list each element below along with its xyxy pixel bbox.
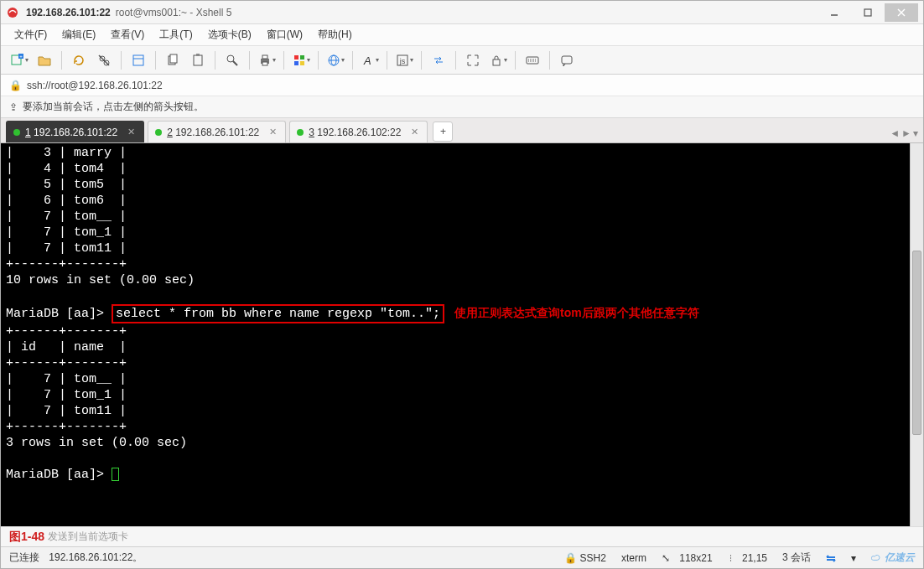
toolbar-sep	[215, 51, 215, 70]
tab-menu-icon[interactable]: ▾	[913, 127, 918, 139]
copy-icon[interactable]	[161, 49, 184, 71]
svg-point-0	[8, 8, 18, 18]
toolbar-sep	[455, 51, 456, 70]
scrollbar-thumb[interactable]	[912, 251, 921, 435]
status-dot-icon	[13, 129, 20, 136]
terminal-area[interactable]: | 3 | marry | | 4 | tom4 | | 5 | tom5 | …	[1, 143, 923, 526]
open-icon[interactable]	[33, 49, 56, 71]
menu-edit[interactable]: 编辑(E)	[57, 26, 101, 44]
menu-file[interactable]: 文件(F)	[9, 26, 52, 44]
tab-scroll-right-icon[interactable]: ►	[901, 127, 911, 139]
lock-icon: 🔒	[564, 552, 577, 564]
vertical-scrollbar[interactable]	[910, 143, 923, 526]
svg-text:js: js	[398, 57, 405, 65]
lock-icon[interactable]: ▾	[486, 49, 510, 71]
tab-close-icon[interactable]: ✕	[269, 127, 277, 137]
hint-arrow-icon[interactable]: ⇪	[9, 101, 18, 113]
tabs-row: 1 192.168.26.101:22 ✕ 2 192.168.26.101:2…	[1, 118, 923, 143]
toolbar-sep	[61, 51, 62, 70]
menubar: 文件(F) 编辑(E) 查看(V) 工具(T) 选项卡(B) 窗口(W) 帮助(…	[1, 24, 923, 46]
keyboard-icon[interactable]	[521, 49, 544, 71]
minimize-button[interactable]	[818, 3, 851, 22]
terminal-output[interactable]: | 3 | marry | | 4 | tom4 | | 5 | tom5 | …	[1, 143, 923, 484]
compose-bar[interactable]: 图1-48 发送到当前选项卡	[1, 526, 923, 546]
status-updown-icon[interactable]	[826, 553, 836, 563]
svg-rect-32	[493, 59, 500, 65]
status-sessions: 3 会话	[782, 551, 811, 565]
fullscreen-icon[interactable]	[461, 49, 485, 71]
toolbar: +▾ ▾ ▾ ▾ A▾ js▾ ▾	[1, 46, 923, 75]
globe-icon[interactable]: ▾	[324, 49, 347, 71]
status-bar: 已连接 192.168.26.101:22。 🔒SSH2 xterm ⤡ 118…	[1, 546, 923, 568]
svg-rect-11	[133, 55, 143, 65]
brand-logo: 亿速云	[871, 551, 915, 565]
toolbar-sep	[387, 51, 387, 70]
font-icon[interactable]: A▾	[358, 49, 382, 71]
titlebar: 192.168.26.101:22 root@vms001:~ - Xshell…	[1, 1, 923, 24]
svg-point-17	[227, 55, 234, 62]
svg-rect-23	[300, 55, 304, 59]
svg-rect-25	[300, 61, 304, 65]
menu-help[interactable]: 帮助(H)	[313, 26, 357, 44]
svg-rect-22	[294, 55, 298, 59]
toolbar-sep	[515, 51, 516, 70]
svg-text:A: A	[363, 54, 371, 67]
session-tab-2[interactable]: 2 192.168.26.101:22 ✕	[148, 121, 286, 142]
menu-tabs[interactable]: 选项卡(B)	[203, 26, 257, 44]
svg-rect-36	[562, 56, 572, 64]
cursor-icon: ⸽	[728, 552, 733, 564]
status-menu-icon[interactable]: ▾	[851, 552, 856, 564]
svg-rect-20	[262, 55, 267, 59]
menu-view[interactable]: 查看(V)	[106, 26, 149, 44]
toolbar-sep	[155, 51, 156, 70]
svg-rect-16	[196, 54, 200, 56]
hint-bar: ⇪ 要添加当前会话，点击左侧的箭头按钮。	[1, 96, 923, 118]
tab-label: 2 192.168.26.101:22	[167, 127, 259, 138]
reconnect-icon[interactable]	[67, 49, 91, 71]
paste-icon[interactable]	[186, 49, 210, 71]
script-icon[interactable]: js▾	[392, 49, 416, 71]
address-bar: 🔒 ssh://root@192.168.26.101:22	[1, 75, 923, 96]
add-tab-button[interactable]: +	[433, 122, 453, 142]
help-icon[interactable]	[555, 49, 579, 71]
color-icon[interactable]: ▾	[289, 49, 313, 71]
disconnect-icon[interactable]	[92, 49, 116, 71]
svg-rect-21	[262, 62, 267, 65]
status-cursor: ⸽ 21,15	[728, 552, 767, 564]
ssh-lock-icon: 🔒	[9, 80, 22, 91]
tab-scroll-left-icon[interactable]: ◄	[890, 127, 900, 139]
toolbar-sep	[549, 51, 550, 70]
status-connected: 已连接 192.168.26.101:22。	[9, 551, 143, 565]
toolbar-sep	[352, 51, 353, 70]
status-dot-icon	[155, 129, 162, 136]
svg-rect-33	[527, 57, 538, 64]
status-dot-icon	[297, 129, 304, 136]
print-icon[interactable]: ▾	[255, 49, 278, 71]
maximize-button[interactable]	[851, 3, 885, 22]
compose-placeholder: 发送到当前选项卡	[48, 530, 128, 544]
session-tab-1[interactable]: 1 192.168.26.101:22 ✕	[6, 121, 144, 142]
tab-close-icon[interactable]: ✕	[127, 127, 135, 137]
find-icon[interactable]	[221, 49, 244, 71]
status-term: xterm	[621, 552, 646, 564]
toolbar-sep	[421, 51, 422, 70]
status-protocol: 🔒SSH2	[564, 552, 606, 564]
tab-label: 3 192.168.26.102:22	[309, 127, 401, 138]
session-tab-3[interactable]: 3 192.168.26.102:22 ✕	[289, 121, 428, 142]
close-button[interactable]	[885, 3, 918, 22]
svg-text:+: +	[19, 54, 23, 59]
toolbar-sep	[249, 51, 250, 70]
tab-close-icon[interactable]: ✕	[411, 127, 418, 137]
svg-rect-24	[294, 61, 298, 65]
menu-window[interactable]: 窗口(W)	[262, 26, 308, 44]
resize-icon: ⤡	[662, 552, 670, 564]
window-title-sub: root@vms001:~ - Xshell 5	[116, 7, 232, 18]
new-session-icon[interactable]: +▾	[8, 49, 31, 71]
menu-tools[interactable]: 工具(T)	[154, 26, 197, 44]
address-text[interactable]: ssh://root@192.168.26.101:22	[27, 80, 163, 91]
toolbar-sep	[283, 51, 284, 70]
toolbar-sep	[121, 51, 122, 70]
properties-icon[interactable]	[127, 49, 150, 71]
tab-label: 1 192.168.26.101:22	[25, 127, 117, 138]
transfer-icon[interactable]	[427, 49, 450, 71]
